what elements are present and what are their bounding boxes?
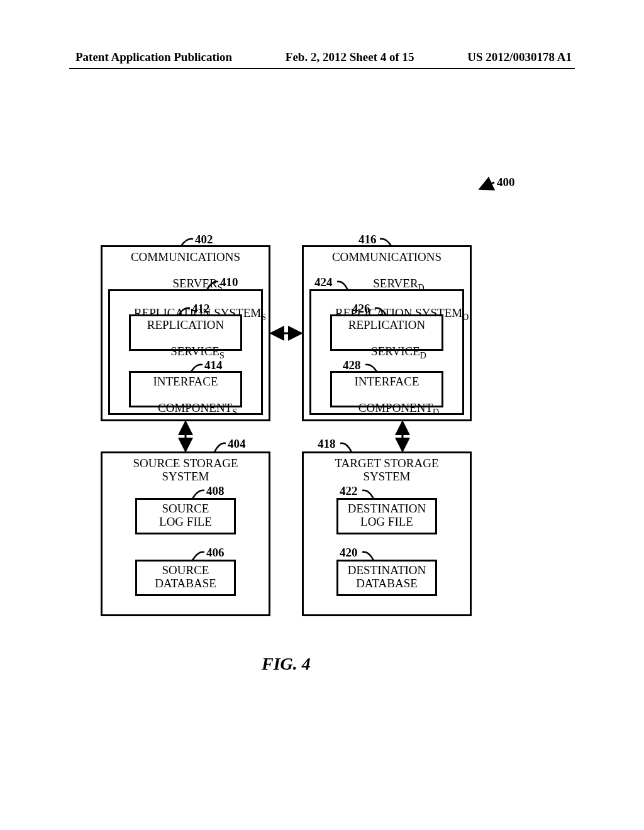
iface-s-l2-pre: COMPONENT [158, 401, 232, 414]
comm-d-line2-pre: SERVER [373, 277, 418, 290]
box-iface-s: INTERFACE COMPONENTS [129, 371, 242, 407]
ref-404: 404 [228, 437, 246, 451]
ref-420: 420 [340, 546, 358, 560]
iface-d-l2-pre: COMPONENT [358, 401, 433, 414]
ref-412: 412 [192, 302, 210, 316]
source-storage-l2: SYSTEM [103, 470, 269, 484]
source-log-l1: SOURCE [137, 502, 234, 516]
ref-410: 410 [220, 275, 238, 289]
dest-log-l1: DESTINATION [338, 502, 435, 516]
ref-424: 424 [314, 275, 333, 289]
repl-sys-d-sub: D [462, 313, 469, 322]
iface-s-l2: COMPONENTS [131, 389, 240, 430]
dest-db-l1: DESTINATION [338, 564, 435, 577]
box-iface-d: INTERFACE COMPONENTD [330, 371, 443, 407]
target-storage-l2: SYSTEM [304, 470, 470, 484]
iface-s-l1: INTERFACE [131, 375, 240, 389]
repl-svc-s-l2-pre: SERVICE [170, 345, 219, 358]
ref-408: 408 [206, 484, 225, 498]
ref-400: 400 [497, 175, 515, 189]
repl-svc-s-l2: SERVICES [131, 332, 240, 374]
ref-416: 416 [358, 233, 377, 246]
comm-s-line2-pre: SERVER [172, 277, 217, 290]
iface-d-l1: INTERFACE [332, 375, 441, 389]
repl-svc-d-l2-sub: D [420, 351, 426, 360]
repl-svc-s-l1: REPLICATION [131, 319, 240, 332]
iface-s-l2-sub: S [232, 407, 237, 417]
ref-426: 426 [352, 302, 370, 316]
ref-406: 406 [206, 546, 225, 560]
source-storage-l1: SOURCE STORAGE [103, 457, 269, 470]
iface-d-l2-sub: D [433, 407, 439, 417]
repl-svc-d-l2-pre: SERVICE [371, 345, 420, 358]
ref-422: 422 [340, 484, 358, 498]
dest-log-l2: LOG FILE [338, 516, 435, 529]
box-repl-svc-d: REPLICATION SERVICED [330, 314, 443, 351]
iface-d-l2: COMPONENTD [332, 389, 441, 430]
ref-402: 402 [195, 233, 213, 246]
source-db-l2: DATABASE [137, 577, 234, 590]
diagram-canvas: COMMUNICATIONS SERVERS REPLICATION SYSTE… [0, 0, 644, 830]
box-dest-db: DESTINATION DATABASE [336, 560, 437, 596]
box-dest-log: DESTINATION LOG FILE [336, 498, 437, 534]
comm-d-line1: COMMUNICATIONS [304, 251, 470, 264]
ref-414: 414 [204, 358, 223, 372]
repl-sys-s-sub: S [261, 313, 266, 322]
dest-db-l2: DATABASE [338, 577, 435, 590]
source-log-l2: LOG FILE [137, 516, 234, 529]
ref-428: 428 [343, 358, 361, 372]
figure-caption: FIG. 4 [262, 654, 311, 674]
ref-418: 418 [318, 437, 336, 451]
box-source-db: SOURCE DATABASE [135, 560, 236, 596]
box-source-log: SOURCE LOG FILE [135, 498, 236, 534]
target-storage-l1: TARGET STORAGE [304, 457, 470, 470]
box-repl-svc-s: REPLICATION SERVICES [129, 314, 242, 351]
repl-svc-d-l1: REPLICATION [332, 319, 441, 332]
comm-s-line1: COMMUNICATIONS [103, 251, 269, 264]
patent-page: Patent Application Publication Feb. 2, 2… [0, 0, 644, 830]
source-db-l1: SOURCE [137, 564, 234, 577]
